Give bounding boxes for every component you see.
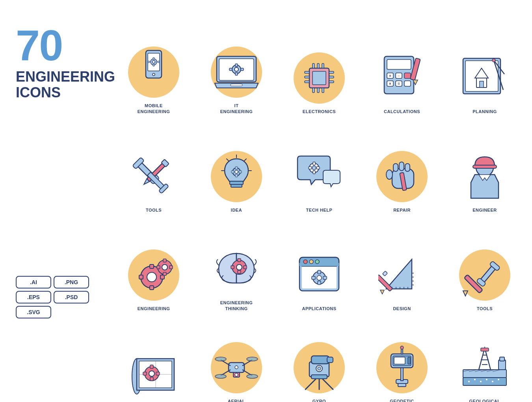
svg-point-191 — [480, 381, 482, 382]
icon-geological-survey: GEOLOGICALSURVEY — [445, 315, 524, 402]
svg-rect-82 — [393, 164, 398, 171]
icon-planning: PLANNING — [445, 20, 524, 114]
svg-point-171 — [318, 367, 321, 370]
label-calculations: CALCULATIONS — [384, 109, 420, 114]
label-aerial-imaging: AERIALIMAGING — [226, 398, 247, 402]
label-design: DESIGN — [393, 306, 411, 311]
svg-rect-66 — [235, 167, 238, 169]
label-engineering-thinking: ENGINEERINGTHINKING — [220, 300, 253, 311]
svg-point-116 — [317, 275, 322, 280]
svg-point-162 — [235, 366, 238, 369]
label-idea: IDEA — [231, 207, 242, 213]
badge-svg: .SVG — [16, 306, 51, 318]
svg-rect-99 — [157, 266, 160, 269]
svg-rect-88 — [473, 165, 497, 168]
svg-point-159 — [247, 374, 258, 378]
label-geological-survey: GEOLOGICALSURVEY — [469, 398, 500, 402]
svg-rect-119 — [312, 276, 315, 279]
svg-rect-132 — [378, 274, 392, 291]
svg-rect-16 — [229, 68, 232, 71]
svg-point-96 — [162, 264, 167, 270]
icon-mobile-engineering: MOBILEENGINEERING — [114, 20, 193, 114]
badge-eps: .EPS — [16, 291, 51, 303]
svg-rect-134 — [383, 271, 388, 276]
svg-point-90 — [147, 272, 156, 282]
svg-rect-177 — [394, 357, 405, 364]
icon-tools: TOOLS — [114, 118, 193, 213]
svg-marker-121 — [386, 259, 412, 289]
label-planning: PLANNING — [472, 109, 497, 114]
icon-engineering: ENGINEERING — [114, 217, 193, 311]
svg-rect-38 — [404, 73, 411, 78]
label-applications: APPLICATIONS — [302, 306, 336, 311]
icon-electronics: ELECTRONICS — [280, 20, 359, 114]
svg-rect-6 — [158, 61, 160, 63]
label-tools: TOOLS — [146, 207, 162, 213]
label-electronics: ELECTRONICS — [303, 109, 336, 114]
svg-point-180 — [400, 346, 404, 349]
label-engineer: ENGINEER — [472, 207, 497, 213]
svg-rect-92 — [150, 286, 154, 290]
svg-rect-118 — [318, 281, 321, 285]
svg-rect-19 — [313, 71, 326, 85]
svg-point-12 — [234, 67, 238, 71]
number-display: 70 — [16, 24, 110, 67]
svg-point-8 — [153, 73, 155, 76]
svg-rect-63 — [231, 184, 242, 187]
svg-rect-7 — [148, 61, 150, 63]
left-panel: 70 ENGINEERING ICONS — [16, 24, 110, 100]
svg-rect-68 — [231, 171, 234, 173]
svg-point-53 — [492, 59, 495, 62]
svg-point-193 — [492, 381, 493, 382]
svg-point-189 — [468, 381, 470, 382]
svg-rect-107 — [244, 266, 247, 269]
svg-text:−: − — [398, 74, 400, 78]
svg-point-190 — [474, 379, 476, 380]
icon-blueprint: BLUEPRINT — [114, 315, 193, 402]
svg-rect-199 — [481, 348, 489, 351]
svg-rect-201 — [500, 357, 504, 361]
svg-rect-31 — [322, 88, 324, 93]
svg-rect-78 — [313, 171, 315, 174]
svg-rect-100 — [169, 266, 173, 269]
svg-rect-27 — [317, 63, 319, 68]
svg-rect-105 — [238, 270, 241, 274]
svg-rect-104 — [238, 259, 241, 262]
icon-it-engineering: ITENGINEERING — [197, 20, 276, 114]
icon-engineering-thinking: ENGINEERINGTHINKING — [197, 217, 276, 311]
svg-marker-133 — [380, 290, 384, 294]
svg-rect-33 — [387, 60, 411, 69]
label-tools2: TOOLS — [477, 306, 493, 311]
svg-rect-14 — [235, 73, 238, 75]
svg-point-112 — [309, 260, 313, 264]
icon-engineer: ENGINEER — [445, 118, 524, 213]
svg-text:=: = — [398, 82, 400, 86]
icon-idea: IDEA — [197, 118, 276, 213]
svg-rect-120 — [323, 276, 327, 279]
svg-rect-147 — [150, 365, 153, 368]
svg-rect-4 — [153, 58, 154, 60]
badge-psd: .PSD — [54, 291, 89, 303]
svg-rect-22 — [305, 81, 309, 83]
svg-rect-169 — [311, 375, 327, 379]
svg-point-146 — [149, 371, 154, 376]
svg-line-71 — [227, 159, 229, 161]
svg-rect-178 — [408, 357, 410, 364]
svg-rect-149 — [143, 372, 147, 375]
badge-png: .PNG — [54, 276, 89, 288]
svg-point-113 — [315, 260, 319, 264]
icon-design: DESIGN — [363, 217, 441, 311]
svg-rect-62 — [230, 181, 243, 184]
svg-rect-20 — [305, 71, 309, 73]
svg-rect-23 — [329, 71, 334, 73]
label-repair: REPAIR — [393, 207, 411, 213]
svg-rect-21 — [305, 76, 309, 78]
svg-rect-117 — [318, 270, 321, 274]
svg-point-194 — [498, 379, 499, 380]
label-it-engineering: ITENGINEERING — [220, 103, 253, 114]
svg-rect-25 — [329, 81, 334, 83]
svg-point-111 — [303, 260, 307, 264]
svg-point-156 — [215, 357, 226, 361]
svg-rect-24 — [329, 76, 334, 78]
icon-tech-help: TECH HELP — [280, 118, 359, 213]
